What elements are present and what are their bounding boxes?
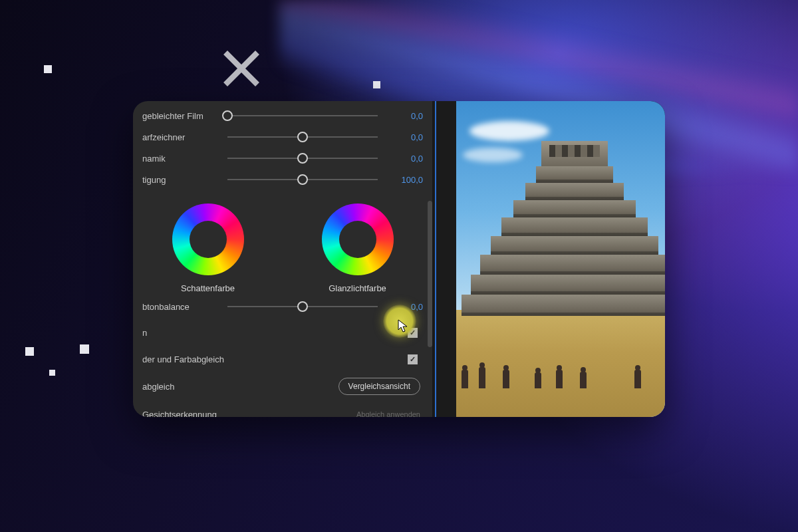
- slider-label: tigung: [133, 175, 222, 185]
- cursor-highlight: [383, 305, 416, 338]
- slider-value: 0,0: [383, 154, 432, 164]
- video-preview: [456, 101, 665, 417]
- wheel-label: Glanzlichtfarbe: [329, 283, 386, 293]
- slider-value: 0,0: [383, 111, 432, 121]
- bg-square: [49, 370, 55, 376]
- slider-dynamik[interactable]: namik 0,0: [133, 149, 432, 168]
- apply-match-button: Abgleich anwenden: [356, 410, 420, 417]
- slider-label: btonbalance: [133, 302, 222, 312]
- slider-value: 0,0: [383, 132, 432, 142]
- cursor-icon: [398, 319, 408, 332]
- bg-square: [373, 81, 380, 88]
- compare-view-button[interactable]: Vergleichsansicht: [338, 378, 420, 395]
- wheel-label: Schattenfarbe: [181, 283, 235, 293]
- color-panel: gebleichter Film 0,0 arfzeichner 0,0 nam…: [133, 101, 432, 417]
- panel-gap: [436, 101, 456, 417]
- checkbox-label: n: [142, 328, 408, 338]
- bg-square: [80, 344, 89, 354]
- slider-label: namik: [133, 154, 222, 164]
- checkbox-label: der und Farbabgleich: [142, 354, 408, 364]
- shadow-color-wheel[interactable]: [172, 203, 244, 275]
- checkbox-icon[interactable]: ✓: [408, 354, 418, 364]
- bg-square: [44, 65, 52, 73]
- slider-label: arfzeichner: [133, 132, 222, 142]
- highlight-color-wheel[interactable]: [322, 203, 394, 275]
- slider-value: 100,0: [383, 175, 432, 185]
- close-icon[interactable]: [223, 50, 260, 90]
- panel-scrollbar[interactable]: [428, 201, 432, 347]
- bg-square: [25, 347, 34, 356]
- slider-scharfzeichner[interactable]: arfzeichner 0,0: [133, 128, 432, 146]
- row-label: abgleich: [142, 382, 338, 392]
- slider-label: gebleichter Film: [133, 111, 222, 121]
- checkbox-row-farbabgleich: der und Farbabgleich ✓: [133, 349, 432, 369]
- app-window: gebleichter Film 0,0 arfzeichner 0,0 nam…: [133, 101, 665, 417]
- slider-saettigung[interactable]: tigung 100,0: [133, 170, 432, 189]
- pyramid-graphic: [462, 156, 665, 316]
- slider-gebleichter-film[interactable]: gebleichter Film 0,0: [133, 106, 432, 125]
- row-label: Gesichtserkennung: [142, 410, 356, 418]
